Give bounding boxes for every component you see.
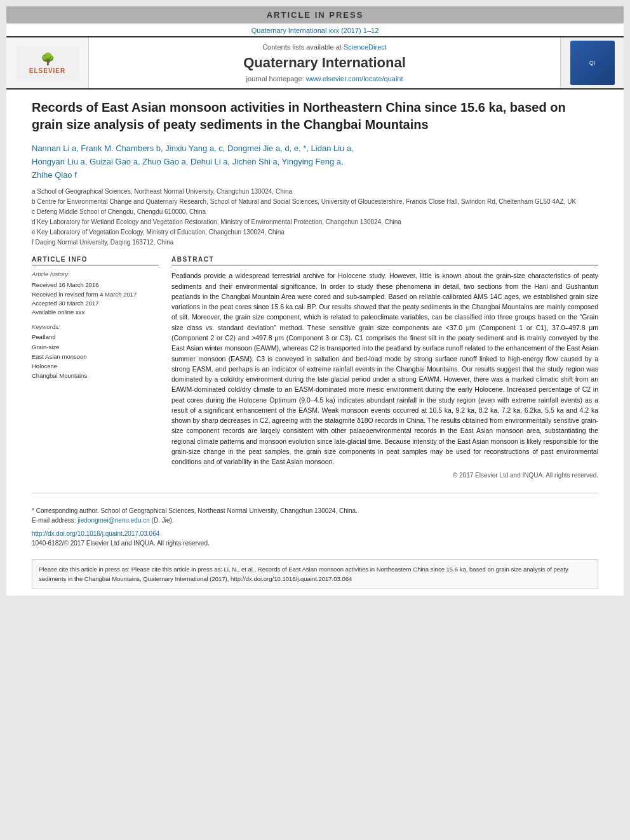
contents-line: Contents lists available at ScienceDirec…: [262, 43, 387, 51]
received-revised-group: Received in revised form 4 March 2017: [32, 290, 159, 299]
journal-homepage-line: journal homepage: www.elsevier.com/locat…: [246, 75, 403, 83]
banner-text: ARTICLE IN PRESS: [267, 10, 364, 20]
authors-line3: Zhihe Qiao f: [32, 170, 77, 180]
contents-label: Contents lists available at: [262, 43, 342, 51]
citation-box: Please cite this article in press as: Pl…: [32, 559, 598, 589]
article-title: Records of East Asian monsoon activities…: [32, 99, 598, 133]
email-line: E-mail address: jiedongmei@nenu.edu.cn (…: [32, 516, 598, 525]
keyword-3: Holocene: [32, 361, 159, 371]
article-info-column: ARTICLE INFO Article history: Received 1…: [32, 256, 159, 479]
homepage-url[interactable]: www.elsevier.com/locate/quaint: [306, 75, 403, 83]
authors: Nannan Li a, Frank M. Chambers b, Jinxiu…: [32, 142, 598, 182]
doi-line[interactable]: http://dx.doi.org/10.1016/j.quaint.2017.…: [32, 529, 598, 538]
corresponding-note-text: * Corresponding author. School of Geogra…: [32, 507, 358, 514]
email-address[interactable]: jiedongmei@nenu.edu.cn: [77, 517, 150, 524]
authors-line1: Nannan Li a, Frank M. Chambers b, Jinxiu…: [32, 143, 354, 153]
corresponding-author-note: * Corresponding author. School of Geogra…: [32, 506, 598, 516]
citation-please-cite: Please cite this article in press as:: [39, 566, 131, 573]
issn-line: 1040-6182/© 2017 Elsevier Ltd and INQUA.…: [32, 538, 598, 548]
divider: [32, 493, 598, 493]
two-column-layout: ARTICLE INFO Article history: Received 1…: [32, 256, 598, 479]
elsevier-tree-icon: 🌳: [41, 52, 55, 66]
affiliations: a School of Geographical Sciences, North…: [32, 187, 598, 247]
journal-title: Quaternary International: [243, 55, 406, 71]
article-content: Records of East Asian monsoon activities…: [6, 90, 624, 485]
elsevier-logo-box: 🌳 ELSEVIER: [16, 46, 79, 81]
abstract-text: Peatlands provide a widespread terrestri…: [171, 270, 598, 467]
article-history-label: Article history:: [32, 270, 159, 277]
keyword-1: Grain-size: [32, 342, 159, 352]
keyword-0: Peatland: [32, 332, 159, 342]
page: ARTICLE IN PRESS Quaternary Internationa…: [6, 6, 624, 596]
footer-note: * Corresponding author. School of Geogra…: [6, 501, 624, 553]
journal-header-center: Contents lists available at ScienceDirec…: [89, 37, 560, 88]
article-info-title: ARTICLE INFO: [32, 256, 159, 265]
affiliation-d: d Key Laboratory for Wetland Ecology and…: [32, 217, 598, 227]
elsevier-text: ELSEVIER: [29, 67, 65, 74]
doi-text[interactable]: http://dx.doi.org/10.1016/j.quaint.2017.…: [32, 530, 159, 537]
copyright: © 2017 Elsevier Ltd and INQUA. All right…: [171, 472, 598, 479]
received-revised: Received in revised form 4 March 2017: [32, 291, 137, 298]
keyword-2: East Asian monsoon: [32, 352, 159, 361]
sciencedirect-link[interactable]: ScienceDirect: [344, 43, 387, 51]
journal-citation-text: Quaternary International xxx (2017) 1–12: [251, 27, 379, 34]
affiliation-f: f Daqing Normal University, Daqing 16371…: [32, 237, 598, 247]
abstract-title: ABSTRACT: [171, 256, 598, 265]
affiliation-c: c Defeng Middle School of Chengdu, Cheng…: [32, 207, 598, 217]
article-in-press-banner: ARTICLE IN PRESS: [6, 6, 624, 23]
journal-citation: Quaternary International xxx (2017) 1–12: [6, 23, 624, 36]
elsevier-logo-area: 🌳 ELSEVIER: [6, 37, 89, 88]
authors-line2: Hongyan Liu a, Guizai Gao a, Zhuo Gao a,…: [32, 157, 344, 166]
journal-icon: QI: [570, 41, 615, 85]
accepted-date: Accepted 30 March 2017: [32, 299, 159, 308]
affiliation-e: e Key Laboratory of Vegetation Ecology, …: [32, 227, 598, 237]
keywords-label: Keywords:: [32, 323, 159, 330]
received-date: Received 16 March 2016: [32, 281, 159, 290]
abstract-column: ABSTRACT Peatlands provide a widespread …: [171, 256, 598, 479]
homepage-label: journal homepage:: [246, 75, 304, 83]
affiliation-b: b Centre for Environmental Change and Qu…: [32, 197, 598, 206]
email-label: E-mail address:: [32, 517, 76, 524]
email-person: (D. Jie).: [152, 517, 174, 524]
journal-icon-area: QI: [560, 37, 624, 88]
keyword-4: Changbai Mountains: [32, 371, 159, 380]
available-online: Available online xxx: [32, 308, 159, 317]
journal-header: 🌳 ELSEVIER Contents lists available at S…: [6, 36, 624, 90]
affiliation-a: a School of Geographical Sciences, North…: [32, 187, 598, 196]
